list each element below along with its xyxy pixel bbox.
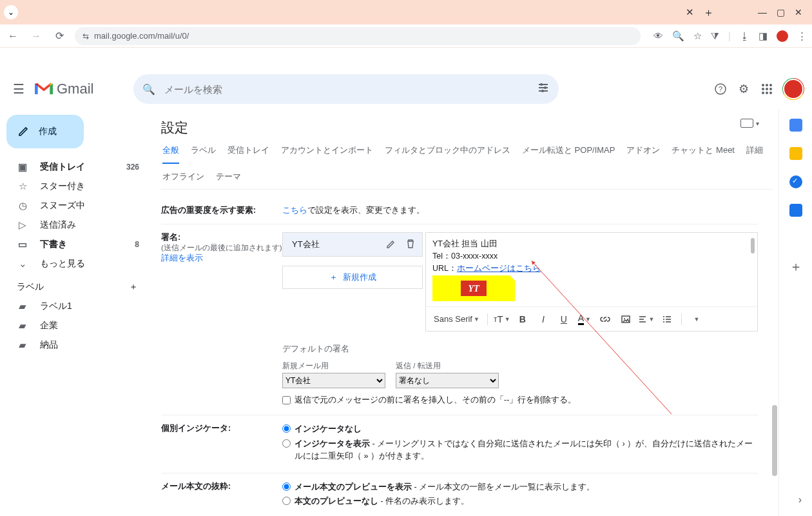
support-icon[interactable]: ? [713, 81, 728, 97]
settings-tab[interactable]: テーマ [216, 171, 241, 189]
settings-tab[interactable]: 全般 [162, 144, 179, 164]
reload-icon[interactable]: ⟳ [52, 30, 67, 42]
signature-url-link[interactable]: ホームページはこちら [457, 264, 541, 273]
underline-button[interactable]: U [555, 310, 573, 328]
sidepanel-icon[interactable]: ◨ [759, 30, 768, 42]
insert-image-button[interactable] [617, 310, 635, 328]
new-mail-signature-select[interactable]: YT会社 [282, 373, 385, 388]
snippet-show-radio[interactable] [282, 482, 291, 491]
bookmark-star-icon[interactable]: ☆ [693, 30, 702, 42]
tab-search-dropdown[interactable]: ⌄ [4, 5, 18, 19]
settings-tab[interactable]: 詳細 [746, 144, 763, 163]
get-addons-icon[interactable]: ＋ [789, 258, 802, 275]
site-info-icon[interactable]: ⇆ [82, 32, 89, 41]
settings-tab[interactable]: ラベル [191, 144, 216, 163]
window-close-icon[interactable]: ✕ [794, 7, 803, 17]
extension-icon[interactable]: ⧩ [711, 30, 719, 42]
search-input[interactable] [164, 84, 528, 95]
main-menu-icon[interactable]: ☰ [13, 81, 24, 97]
ads-label: 広告の重要度を示す要素: [161, 206, 256, 215]
sidebar-item-star[interactable]: ☆ スター付き [3, 177, 147, 196]
editor-scrollbar[interactable] [751, 238, 755, 253]
settings-tab[interactable]: フィルタとブロック中のアドレス [385, 144, 510, 163]
label-item[interactable]: ▰ 企業 [3, 316, 147, 335]
text-color-button[interactable]: A▼ [575, 310, 594, 328]
settings-gear-icon[interactable]: ⚙ [736, 81, 751, 97]
main-scrollbar[interactable] [772, 405, 777, 476]
sidebar-item-draft[interactable]: ▭ 下書き 8 [3, 235, 147, 254]
search-icon[interactable]: 🔍 [142, 83, 155, 95]
sidepanel-toggle-icon[interactable]: › [798, 494, 802, 506]
back-icon[interactable]: ← [5, 30, 21, 42]
italic-button[interactable]: I [534, 310, 552, 328]
edit-icon[interactable] [386, 239, 396, 251]
sidebar-item-more[interactable]: ⌄ もっと見る [3, 254, 147, 273]
signature-label: 署名: [161, 233, 180, 242]
forward-icon: → [28, 30, 44, 42]
settings-tab[interactable]: チャットと Meet [672, 144, 735, 163]
close-tab-icon[interactable]: ✕ [686, 6, 694, 18]
chrome-menu-icon[interactable]: ⋮ [797, 30, 807, 42]
tasks-addon-icon[interactable] [789, 175, 802, 188]
delete-icon[interactable] [405, 239, 416, 251]
svg-text:?: ? [719, 85, 722, 93]
download-icon[interactable]: ⭳ [740, 30, 749, 41]
clock-icon: ◷ [17, 200, 28, 212]
reply-signature-select[interactable]: 署名なし [396, 373, 499, 388]
create-signature-button[interactable]: ＋ 新規作成 [282, 266, 423, 289]
insert-before-quoted-checkbox[interactable] [282, 396, 291, 404]
indicator-none-radio[interactable] [282, 424, 291, 433]
more-formatting-button[interactable]: ▼ [687, 310, 705, 328]
signature-more-link[interactable]: 詳細を表示 [161, 253, 203, 263]
url-text: mail.google.com/mail/u/0/ [94, 31, 189, 41]
browser-tab[interactable] [24, 6, 686, 24]
settings-tab[interactable]: アドオン [626, 144, 660, 163]
bold-button[interactable]: B [514, 310, 532, 328]
input-method-selector[interactable]: ▾ [740, 119, 759, 128]
snippet-hide-radio[interactable] [282, 497, 291, 505]
signature-line: Tel：03-xxxx-xxxx [432, 250, 751, 263]
account-avatar[interactable] [782, 78, 804, 100]
google-apps-icon[interactable] [759, 81, 775, 97]
eye-icon[interactable]: 👁 [653, 30, 663, 41]
settings-tab[interactable]: メール転送と POP/IMAP [522, 144, 615, 163]
align-button[interactable]: ▼ [637, 310, 655, 328]
sidebar-item-clock[interactable]: ◷ スヌーズ中 [3, 196, 147, 215]
svg-point-3 [544, 86, 546, 89]
new-tab-icon[interactable]: ＋ [703, 5, 714, 20]
search-options-icon[interactable] [537, 81, 550, 97]
sidebar-item-send[interactable]: ▷ 送信済み [3, 215, 147, 235]
main-content: ▾ 設定 全般ラベル受信トレイアカウントとインポートフィルタとブロック中のアドレ… [152, 110, 778, 516]
font-family-selector[interactable]: Sans Serif▼ [431, 310, 482, 328]
address-bar[interactable]: ⇆ mail.google.com/mail/u/0/ [75, 27, 641, 45]
ads-link[interactable]: こちら [282, 206, 307, 215]
list-button[interactable] [658, 310, 676, 328]
contacts-addon-icon[interactable] [789, 204, 802, 217]
gmail-logo[interactable]: Gmail [35, 81, 93, 97]
window-minimize-icon[interactable]: — [758, 7, 767, 17]
indicator-show-radio[interactable] [282, 439, 291, 448]
snippet-hide-desc: - 件名のみ表示します。 [378, 497, 469, 506]
chrome-profile-avatar[interactable] [777, 30, 788, 42]
window-maximize-icon[interactable]: ▢ [776, 7, 785, 17]
add-label-icon[interactable]: ＋ [129, 281, 138, 293]
settings-tab[interactable]: オフライン [162, 171, 204, 189]
ins集-link-button[interactable] [596, 310, 614, 328]
settings-tab[interactable]: アカウントとインポート [281, 144, 373, 163]
zoom-icon[interactable]: 🔍 [672, 30, 684, 42]
calendar-addon-icon[interactable] [789, 119, 802, 132]
signature-image[interactable]: YT [432, 275, 515, 301]
sidebar-item-inbox[interactable]: ▣ 受信トレイ 326 [3, 157, 147, 177]
signature-editor[interactable]: YT会社 担当 山田 Tel：03-xxxx-xxxx URL：ホームページはこ… [425, 232, 758, 332]
sidebar-item-label: 受信トレイ [40, 161, 85, 173]
label-item[interactable]: ▰ ラベル1 [3, 297, 147, 316]
font-size-selector[interactable]: тT▼ [493, 310, 511, 328]
signature-image-badge: YT [461, 281, 487, 296]
keep-addon-icon[interactable] [789, 147, 802, 160]
label-item[interactable]: ▰ 納品 [3, 335, 147, 355]
signature-list-item[interactable]: YT会社 [282, 232, 423, 257]
search-box[interactable]: 🔍 [133, 74, 559, 104]
settings-tab[interactable]: 受信トレイ [227, 144, 269, 163]
sidebar-item-count: 326 [126, 163, 139, 172]
compose-button[interactable]: 作成 [6, 115, 84, 148]
